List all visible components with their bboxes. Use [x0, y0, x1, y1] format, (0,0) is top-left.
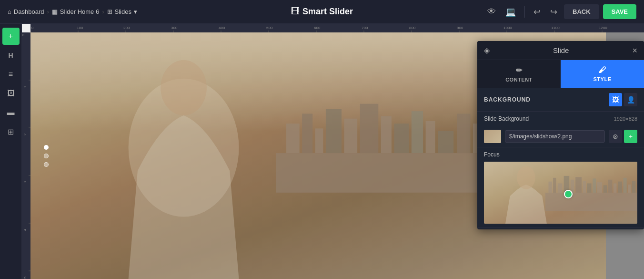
layout-icon: ▬: [7, 108, 15, 117]
layout-button[interactable]: ▬: [2, 104, 20, 121]
svg-rect-72: [575, 177, 582, 193]
slide-panel: ◈ Slide × ✏ CONTENT 🖌 STYLE: [477, 41, 644, 229]
image-button[interactable]: 🖼: [2, 85, 20, 102]
canvas-area[interactable]: 0 100 200 300 400 500 600 700 800 900: [22, 24, 644, 279]
focus-dot[interactable]: [565, 191, 572, 197]
style-tab-label: STYLE: [594, 76, 612, 82]
breadcrumb-sep-1: ›: [47, 8, 49, 15]
topbar-divider: [524, 6, 525, 18]
focus-coordinates-row: X % Y %: [477, 227, 644, 229]
grid-icon: ⊞: [8, 127, 14, 136]
slides-icon: ⊞: [107, 8, 112, 15]
left-sidebar: + H ≡ 🖼 ▬ ⊞: [0, 24, 22, 279]
background-section-icons: 🖼 👤: [609, 93, 637, 106]
svg-rect-81: [623, 178, 626, 193]
panel-close-button[interactable]: ×: [632, 46, 637, 55]
grid-button[interactable]: ⊞: [2, 123, 20, 140]
svg-text:800: 800: [409, 26, 416, 30]
tab-style[interactable]: 🖌 STYLE: [561, 60, 644, 88]
back-button[interactable]: BACK: [564, 4, 599, 19]
svg-text:0: 0: [31, 26, 34, 30]
topbar: ⌂ Dashboard › ▦ Slider Home 6 › ⊞ Slides…: [0, 0, 644, 24]
logo-icon: 🎞: [291, 7, 300, 17]
image-icon: 🖼: [7, 89, 15, 98]
svg-rect-82: [628, 185, 631, 193]
ruler-horizontal: 0 100 200 300 400 500 600 700 800 900: [30, 24, 644, 32]
breadcrumb: ⌂ Dashboard › ▦ Slider Home 6 › ⊞ Slides…: [8, 8, 137, 15]
svg-text:500: 500: [266, 26, 273, 30]
svg-rect-74: [587, 184, 591, 193]
background-person-icon-btn[interactable]: 👤: [624, 93, 637, 106]
content-tab-icon: ✏: [516, 66, 523, 75]
add-image-button[interactable]: +: [624, 130, 637, 143]
svg-text:200: 200: [123, 26, 130, 30]
svg-rect-27: [22, 32, 30, 279]
svg-rect-76: [597, 182, 602, 193]
svg-text:2: 2: [23, 134, 27, 135]
slide-indicator-3[interactable]: [44, 162, 49, 167]
svg-text:1200: 1200: [599, 26, 607, 30]
panel-title: Slide: [553, 46, 569, 54]
slide-background-row: Slide Background 1920×828: [477, 111, 644, 126]
image-field-row: ⊗ +: [477, 126, 644, 147]
image-action-buttons: ⊗ +: [609, 130, 637, 143]
add-layer-button[interactable]: +: [2, 28, 20, 45]
svg-text:700: 700: [362, 26, 368, 30]
slide-indicator-1[interactable]: [44, 145, 49, 150]
background-image-icon-btn[interactable]: 🖼: [609, 93, 622, 106]
slide-background-label: Slide Background: [484, 115, 529, 122]
svg-rect-75: [593, 178, 596, 193]
slide-indicator-2[interactable]: [44, 154, 49, 158]
svg-rect-77: [604, 185, 607, 193]
heading-button[interactable]: H: [2, 47, 20, 64]
slide-background-dimensions: 1920×828: [614, 116, 637, 122]
chevron-down-icon: ▾: [134, 8, 137, 15]
slide-canvas[interactable]: ◈ Slide × ✏ CONTENT 🖌 STYLE: [30, 32, 644, 279]
responsive-button[interactable]: 💻: [503, 4, 519, 20]
main-area: + H ≡ 🖼 ▬ ⊞ 0 100: [0, 24, 644, 279]
background-section-header: BACKGROUND 🖼 👤: [477, 88, 644, 111]
panel-layer-icon: ◈: [484, 46, 490, 55]
svg-text:4: 4: [23, 229, 27, 231]
preview-button[interactable]: 👁: [484, 4, 499, 20]
clear-image-button[interactable]: ⊗: [609, 130, 622, 143]
svg-rect-83: [632, 181, 635, 193]
app-logo: 🎞 Smart Slider: [291, 7, 353, 17]
svg-text:5: 5: [23, 277, 27, 279]
svg-text:600: 600: [314, 26, 321, 30]
svg-text:100: 100: [77, 26, 83, 30]
ruler-vertical: 0 1 2 3 4 5: [22, 32, 30, 279]
svg-text:1000: 1000: [503, 26, 512, 30]
slide-indicators: [44, 145, 49, 167]
svg-text:900: 900: [457, 26, 463, 30]
home-icon: ⌂: [8, 8, 11, 15]
breadcrumb-dashboard[interactable]: ⌂ Dashboard: [8, 8, 44, 15]
list-button[interactable]: ≡: [2, 66, 20, 83]
focus-label: Focus: [477, 147, 644, 162]
svg-point-84: [517, 166, 535, 189]
breadcrumb-slider[interactable]: ▦ Slider Home 6: [52, 8, 99, 15]
svg-rect-73: [583, 181, 585, 193]
save-button[interactable]: SAVE: [603, 4, 636, 19]
heading-icon: H: [8, 52, 13, 59]
svg-rect-78: [608, 180, 612, 193]
svg-text:0: 0: [22, 33, 24, 37]
breadcrumb-dashboard-label: Dashboard: [14, 8, 44, 15]
breadcrumb-slides[interactable]: ⊞ Slides ▾: [107, 8, 137, 15]
topbar-actions: 👁 💻 ↩ ↪ BACK SAVE: [484, 4, 636, 20]
content-tab-label: CONTENT: [505, 77, 533, 83]
redo-button[interactable]: ↪: [547, 4, 560, 20]
background-section-title: BACKGROUND: [484, 96, 531, 103]
svg-rect-80: [618, 182, 622, 193]
slider-icon: ▦: [52, 8, 58, 15]
svg-rect-79: [614, 184, 616, 193]
svg-text:400: 400: [219, 26, 225, 30]
panel-tabs: ✏ CONTENT 🖌 STYLE: [477, 60, 644, 88]
focus-preview[interactable]: [484, 162, 637, 224]
breadcrumb-slider-label: Slider Home 6: [60, 8, 99, 15]
tab-content[interactable]: ✏ CONTENT: [477, 60, 561, 88]
image-path-input[interactable]: [505, 130, 605, 143]
svg-text:1100: 1100: [551, 26, 560, 30]
undo-button[interactable]: ↩: [531, 4, 543, 20]
logo-text: Smart Slider: [302, 7, 353, 17]
